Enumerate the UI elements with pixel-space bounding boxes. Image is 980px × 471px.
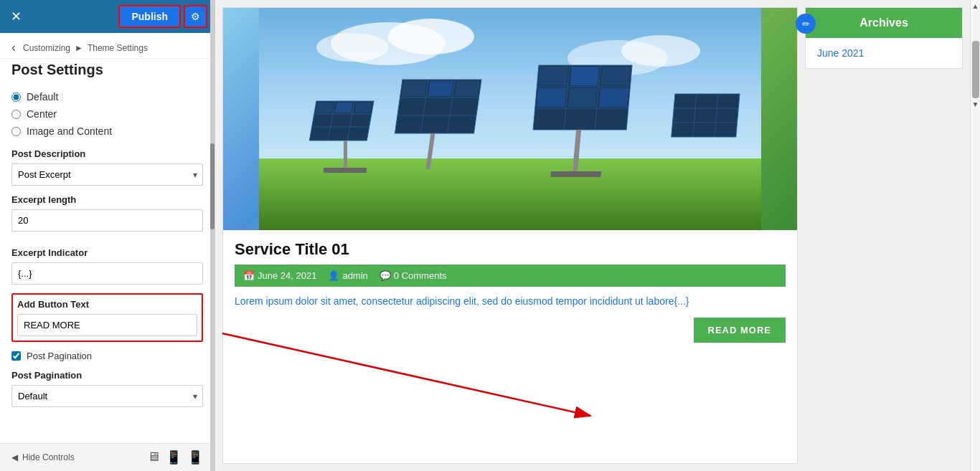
svg-rect-12 [316,103,333,113]
author-icon: 👤 [328,270,339,281]
archives-widget: ✏ Archives June 2021 [805,7,963,69]
post-description-label: Post Description [11,148,203,159]
radio-default[interactable]: Default [11,91,203,103]
page-title: Post Settings [0,59,215,84]
add-button-text-label: Add Button Text [17,299,197,310]
panel-scroll-thumb [210,143,215,229]
svg-rect-31 [601,67,631,85]
publish-button[interactable]: Publish [118,5,181,28]
svg-rect-33 [568,88,597,107]
blog-body: Service Title 01 📅 June 24, 2021 👤 admin… [223,230,797,328]
widget-edit-pencil[interactable]: ✏ [796,14,816,34]
excerpt-length-input[interactable] [11,209,203,232]
read-more-button[interactable]: READ MORE [694,318,786,343]
radio-image-content-label: Image and Content [27,125,112,137]
breadcrumb-area: ‹ Customizing ► Theme Settings [0,33,215,59]
svg-rect-29 [539,67,568,85]
svg-rect-21 [428,81,453,96]
radio-center[interactable]: Center [11,108,203,120]
bottom-bar: ◀ Hide Controls 🖥 📱 📱 [0,443,215,471]
desktop-icon[interactable]: 🖥 [147,449,160,465]
blog-excerpt: Lorem ipsum dolor sit amet, consectetur … [235,294,786,309]
hide-controls-arrow: ◀ [11,452,18,462]
radio-image-content[interactable]: Image and Content [11,125,203,137]
svg-rect-14 [354,103,372,113]
excerpt-indicator-input[interactable] [11,262,203,285]
add-button-text-field: Add Button Text [11,293,203,342]
close-button[interactable]: ✕ [7,5,25,28]
customizing-link[interactable]: Customizing [23,43,70,53]
blog-comments: 💬 0 Comments [380,270,447,281]
comment-icon: 💬 [380,270,391,281]
blog-meta-bar: 📅 June 24, 2021 👤 admin 💬 0 Comments [235,265,786,287]
excerpt-indicator-label: Excerpt Indicator [11,247,203,258]
device-icons: 🖥 📱 📱 [147,449,203,465]
scroll-down-arrow[interactable]: ▼ [972,98,979,110]
svg-rect-22 [455,81,480,96]
svg-rect-34 [599,88,628,107]
post-pagination-checkbox[interactable] [11,351,21,361]
svg-rect-20 [402,81,427,96]
svg-rect-43 [324,168,367,173]
svg-point-5 [621,35,700,67]
panel-scrollbar [210,0,215,471]
post-description-select[interactable]: Post Excerpt Full Post No Description [11,163,203,186]
blog-area: Service Title 01 📅 June 24, 2021 👤 admin… [222,7,798,464]
blog-date: 📅 June 24, 2021 [243,270,316,281]
scroll-up-arrow[interactable]: ▲ [972,0,979,12]
layout-radio-group: Default Center Image and Content [11,91,203,137]
post-pagination-checkbox-row[interactable]: Post Pagination [11,351,203,361]
svg-rect-37 [672,94,740,137]
add-button-text-input[interactable] [17,314,197,336]
svg-rect-13 [335,103,352,113]
post-pagination-select-wrapper: Default ▾ [11,385,203,407]
main-content: Service Title 01 📅 June 24, 2021 👤 admin… [215,0,970,471]
archives-header: Archives [806,8,962,38]
panel-content: Default Center Image and Content Post De… [0,84,215,443]
blog-image [223,8,797,230]
radio-center-label: Center [27,108,57,120]
theme-settings-link[interactable]: Theme Settings [88,43,148,53]
radio-default-label: Default [27,91,58,103]
mobile-icon[interactable]: 📱 [187,449,203,465]
post-description-select-wrapper: Post Excerpt Full Post No Description ▾ [11,163,203,186]
calendar-icon: 📅 [243,270,255,281]
svg-rect-30 [570,67,599,85]
top-bar: ✕ Publish ⚙ [0,0,215,33]
blog-author: 👤 admin [328,270,367,281]
post-pagination-checkbox-label: Post Pagination [27,351,92,361]
excerpt-length-label: Excerpt length [11,194,203,205]
svg-point-3 [316,33,388,62]
publish-area: Publish ⚙ [118,5,207,28]
svg-rect-36 [550,171,601,177]
scroll-thumb[interactable] [972,41,979,98]
svg-rect-42 [344,141,347,169]
post-pagination-section-label: Post Pagination [11,370,203,381]
back-arrow[interactable]: ‹ [11,40,16,55]
svg-point-2 [388,19,474,54]
hide-controls[interactable]: ◀ Hide Controls [11,452,75,462]
archives-body: June 2021 [806,38,962,68]
svg-rect-32 [537,88,566,107]
left-panel: ✕ Publish ⚙ ‹ Customizing ► Theme Settin… [0,0,215,471]
post-pagination-select[interactable]: Default [11,385,203,407]
breadcrumb-separator: ► [75,43,83,53]
sidebar-widget: ✏ Archives June 2021 [805,7,963,464]
blog-post-title: Service Title 01 [235,240,786,259]
hide-controls-label: Hide Controls [22,452,75,462]
archives-june-2021[interactable]: June 2021 [817,47,864,59]
gear-button[interactable]: ⚙ [184,5,207,28]
tablet-icon[interactable]: 📱 [166,449,182,465]
right-scrollbar: ▲ ▼ [970,0,980,471]
